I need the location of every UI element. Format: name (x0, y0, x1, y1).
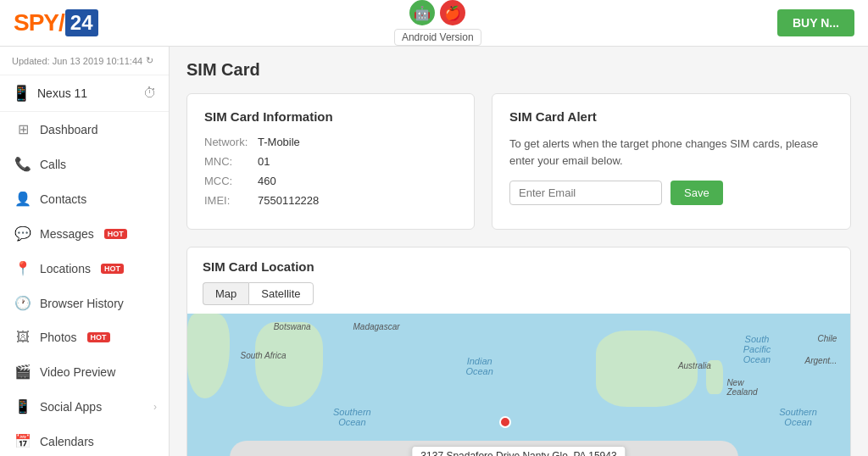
device-icon: 📱 (12, 84, 31, 103)
chevron-right-icon: › (153, 401, 157, 413)
sidebar-item-locations[interactable]: 📍 Locations HOT (0, 251, 169, 286)
map-section: SIM Card Location Map Satellite Indian (186, 247, 851, 456)
calendars-icon: 📅 (14, 433, 31, 449)
social-apps-icon: 📱 (14, 398, 31, 414)
sidebar-item-messages[interactable]: 💬 Messages HOT (0, 216, 169, 251)
top-center: 🤖 🍎 Android Version (394, 0, 481, 46)
map-background: IndianOcean SouthPacificOcean SouthernOc… (187, 314, 850, 456)
ios-icon[interactable]: 🍎 (440, 0, 465, 25)
map-tooltip: 3137 Spadafore Drive Nanty Glo, PA 15943 (411, 446, 626, 456)
sidebar-item-label: Locations (40, 262, 91, 275)
main-layout: Updated: Jun 13 2019 10:11:44 ↻ 📱 Nexus … (0, 47, 868, 456)
sidebar-item-contacts[interactable]: 👤 Contacts (0, 181, 169, 216)
sidebar-item-calls[interactable]: 📞 Calls (0, 147, 169, 181)
cards-row: SIM Card Information Network: T-Mobile M… (186, 93, 851, 230)
satellite-view-button[interactable]: Satellite (248, 282, 313, 305)
os-icons: 🤖 🍎 (409, 0, 465, 25)
map-section-title: SIM Card Location (187, 247, 850, 282)
imei-value: 7550112228 (258, 194, 319, 207)
sim-info-card: SIM Card Information Network: T-Mobile M… (186, 93, 475, 230)
browser-history-icon: 🕐 (14, 295, 31, 311)
sidebar-updated: Updated: Jun 13 2019 10:11:44 ↻ (12, 55, 157, 66)
sidebar-header: Updated: Jun 13 2019 10:11:44 ↻ (0, 47, 169, 75)
top-bar: SPY / 24 🤖 🍎 Android Version BUY N... (0, 0, 868, 47)
content-area: SIM Card SIM Card Information Network: T… (170, 47, 868, 456)
network-label: Network: (204, 136, 251, 148)
calls-icon: 📞 (14, 156, 31, 172)
sidebar-item-calendars[interactable]: 📅 Calendars (0, 424, 169, 456)
messages-icon: 💬 (14, 225, 31, 242)
refresh-icon[interactable]: ↻ (146, 55, 153, 66)
sidebar-item-label: Messages (40, 227, 94, 241)
contacts-icon: 👤 (14, 191, 31, 207)
sidebar-item-photos[interactable]: 🖼 Photos HOT (0, 320, 169, 354)
logo-spy-text: SPY (14, 9, 58, 36)
android-icon[interactable]: 🤖 (409, 0, 435, 25)
botswana-text-label: Botswana (274, 322, 311, 331)
sim-alert-card: SIM Card Alert To get alerts when the ta… (492, 93, 851, 230)
network-value: T-Mobile (258, 136, 300, 148)
south-pacific-label: SouthPacificOcean (743, 334, 771, 364)
sim-info-network: Network: T-Mobile (204, 136, 457, 148)
sim-info-mnc: MNC: 01 (204, 155, 457, 168)
madagascar-text-label: Madagascar (353, 322, 400, 331)
sidebar-item-browser-history[interactable]: 🕐 Browser History (0, 286, 169, 320)
sidebar-item-label: Calendars (40, 435, 94, 448)
south-africa-text-label: South Africa (241, 351, 287, 360)
south-america-land (187, 314, 230, 398)
logo-slash: / (58, 9, 65, 36)
sidebar-item-label: Browser History (40, 297, 124, 310)
sim-info-card-title: SIM Card Information (204, 109, 457, 124)
mnc-label: MNC: (204, 155, 251, 168)
sidebar: Updated: Jun 13 2019 10:11:44 ↻ 📱 Nexus … (0, 47, 170, 456)
email-input[interactable] (509, 181, 662, 205)
page-title: SIM Card (186, 60, 851, 80)
indian-ocean-label: IndianOcean (465, 356, 492, 376)
sidebar-item-social-apps[interactable]: 📱 Social Apps › (0, 389, 169, 424)
logo: SPY / 24 (14, 9, 98, 36)
dashboard-icon: ⊞ (14, 121, 31, 137)
sidebar-item-label: Dashboard (40, 123, 98, 136)
sim-info-mcc: MCC: 460 (204, 175, 457, 187)
mcc-value: 460 (258, 175, 276, 187)
sim-info-imei: IMEI: 7550112228 (204, 194, 457, 207)
sidebar-item-video-preview[interactable]: 🎬 Video Preview (0, 354, 169, 389)
hot-badge-locations: HOT (101, 264, 124, 274)
map-controls: Map Satellite (187, 282, 850, 314)
map-pin (499, 416, 511, 428)
clock-icon: ⏱ (143, 86, 157, 101)
chile-text-label: Chile (818, 334, 837, 343)
video-preview-icon: 🎬 (14, 364, 31, 380)
sidebar-item-label: Calls (40, 158, 66, 171)
hot-badge-photos: HOT (87, 332, 110, 342)
southern-ocean-label-right: SouthernOcean (779, 407, 817, 427)
sim-alert-description: To get alerts when the target phone chan… (509, 136, 833, 169)
map-container: IndianOcean SouthPacificOcean SouthernOc… (187, 314, 850, 456)
hot-badge-messages: HOT (104, 229, 127, 239)
mcc-label: MCC: (204, 175, 251, 187)
sidebar-item-label: Video Preview (40, 365, 115, 379)
sidebar-item-dashboard[interactable]: ⊞ Dashboard (0, 112, 169, 147)
southern-ocean-label-left: SouthernOcean (333, 407, 371, 427)
device-row: 📱 Nexus 11 ⏱ (0, 75, 169, 112)
os-version-label: Android Version (394, 29, 481, 46)
sidebar-item-label: Photos (40, 331, 77, 344)
mnc-value: 01 (258, 155, 270, 168)
sidebar-item-label: Contacts (40, 192, 86, 206)
sidebar-item-label: Social Apps (40, 400, 102, 414)
australia-text-label: Australia (678, 361, 711, 370)
africa-land (255, 322, 323, 407)
buy-now-button[interactable]: BUY N... (777, 9, 854, 36)
logo-24-text: 24 (65, 9, 98, 36)
new-zealand-text-label: NewZealand (726, 378, 757, 397)
sim-alert-card-title: SIM Card Alert (509, 109, 833, 124)
save-button[interactable]: Save (670, 181, 723, 205)
map-view-button[interactable]: Map (203, 282, 248, 305)
locations-icon: 📍 (14, 260, 31, 276)
argentina-text-label: Argent... (805, 356, 837, 365)
imei-label: IMEI: (204, 194, 251, 207)
sim-alert-form: Save (509, 181, 833, 205)
device-name: Nexus 11 (37, 86, 87, 100)
photos-icon: 🖼 (14, 330, 31, 345)
